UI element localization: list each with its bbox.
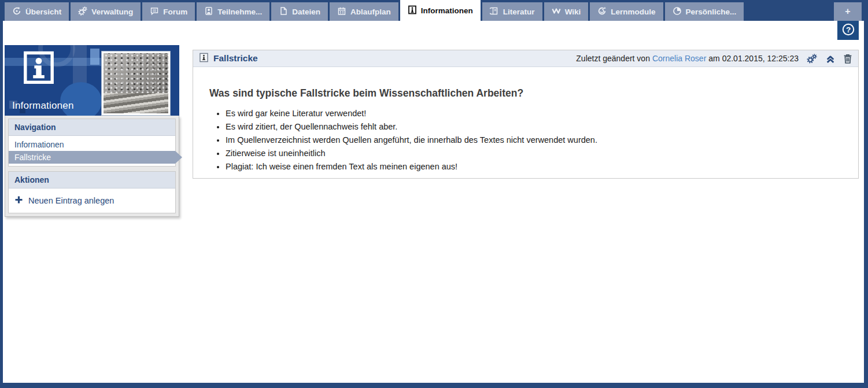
tab-label: Informationen (421, 6, 473, 15)
calendar-icon (337, 6, 346, 17)
tab-label: Persönliche... (686, 8, 737, 16)
settings-icon[interactable] (807, 54, 818, 64)
info-box-icon (408, 5, 417, 16)
pie-icon (673, 6, 682, 17)
sidebar-header: Informationen (5, 45, 179, 116)
tab-teilnehmer[interactable]: Teilnehme... (197, 2, 269, 21)
tab-label: Lernmodule (611, 8, 655, 16)
article-heading: Was sind typische Fallstricke beim Wisse… (209, 87, 841, 99)
meta-prefix: Zuletzt geändert von (576, 54, 650, 63)
author-link[interactable]: Cornelia Roser (652, 54, 706, 63)
new-entry-label: Neuen Eintrag anlegen (28, 196, 114, 205)
tab-forum[interactable]: Forum (142, 2, 195, 21)
help-icon: ? (841, 23, 855, 39)
content-header-actions (807, 54, 852, 64)
sidebar-item-fallstricke[interactable]: Fallstricke (9, 151, 175, 164)
wiki-icon (552, 6, 561, 17)
tab-informationen[interactable]: Informationen (400, 0, 481, 21)
meta-suffix: am 02.01.2015, 12:25:23 (708, 54, 799, 63)
decor-bar (90, 49, 99, 65)
gears-icon (78, 6, 87, 17)
tab-label: Forum (163, 8, 187, 16)
content-header: Fallstricke Zuletzt geändert von Corneli… (193, 50, 858, 67)
tab-literatur[interactable]: Literatur (482, 2, 542, 21)
sidebar-body: Navigation Informationen Fallstricke Akt… (5, 116, 179, 217)
lecture-hall-photo (101, 51, 171, 116)
tab-dateien[interactable]: Dateien (271, 2, 328, 21)
sidebar-item-informationen[interactable]: Informationen (9, 138, 175, 151)
navigation-section: Navigation Informationen Fallstricke (8, 119, 176, 167)
bullet-item: Es wird zitiert, der Quellennachweis feh… (226, 120, 841, 134)
tab-persoenliche[interactable]: Persönliche... (665, 2, 744, 21)
tab-add[interactable]: + (834, 2, 862, 21)
participant-icon (204, 6, 213, 17)
new-entry-button[interactable]: Neuen Eintrag anlegen (9, 191, 175, 210)
bullet-item: Es wird gar keine Literatur verwendet! (226, 107, 841, 120)
navigation-section-title: Navigation (9, 119, 175, 136)
tab-label: Wiki (565, 8, 581, 16)
content-box: Fallstricke Zuletzt geändert von Corneli… (193, 50, 859, 179)
tab-verwaltung[interactable]: Verwaltung (71, 2, 141, 21)
content-title: Fallstricke (213, 53, 258, 64)
plus-icon (14, 195, 23, 206)
info-box-icon (22, 50, 56, 88)
tab-bar: Übersicht Verwaltung Forum Teilnehme... … (0, 0, 868, 21)
collapse-icon[interactable] (825, 54, 836, 64)
frame-right (864, 0, 868, 388)
content-body: Was sind typische Fallstricke beim Wisse… (193, 67, 858, 178)
tab-uebersicht[interactable]: Übersicht (5, 2, 69, 21)
plus-tab-label: + (845, 6, 850, 17)
last-modified-meta: Zuletzt geändert von Cornelia Roser am 0… (576, 54, 799, 63)
sidebar-title: Informationen (12, 100, 74, 112)
page: Übersicht Verwaltung Forum Teilnehme... … (0, 0, 868, 388)
tab-label: Literatur (503, 8, 535, 16)
tab-label: Übersicht (25, 8, 61, 16)
book-icon (490, 6, 499, 17)
bullet-item: Plagiat: Ich weise einen fremden Text al… (226, 160, 841, 173)
sidebar: Informationen Navigation Informationen F… (5, 45, 179, 217)
delete-icon[interactable] (843, 54, 852, 64)
tab-lernmodule[interactable]: Lernmodule (590, 2, 663, 21)
bullet-item: Zitierweise ist uneinheitlich (226, 147, 841, 160)
tab-label: Teilnehme... (217, 8, 262, 16)
bullet-list: Es wird gar keine Literatur verwendet! E… (209, 107, 841, 173)
tab-wiki[interactable]: Wiki (544, 2, 589, 21)
speech-bubble-icon (150, 6, 159, 17)
history-icon (12, 6, 21, 17)
frame-bottom (0, 383, 868, 388)
file-icon (279, 6, 288, 17)
bullet-item: Im Quellenverzeichnist werden Quellen an… (226, 134, 841, 147)
info-box-icon (199, 53, 209, 65)
frame-left (0, 0, 3, 388)
help-button[interactable]: ? (837, 21, 859, 40)
aktionen-section-title: Aktionen (9, 172, 175, 189)
learning-icon (597, 6, 607, 17)
svg-text:?: ? (845, 25, 850, 34)
tab-ablaufplan[interactable]: Ablaufplan (330, 2, 398, 21)
aktionen-section: Aktionen Neuen Eintrag anlegen (8, 171, 176, 213)
tab-label: Verwaltung (91, 8, 133, 16)
tab-label: Dateien (292, 8, 320, 16)
tab-label: Ablaufplan (350, 8, 391, 16)
